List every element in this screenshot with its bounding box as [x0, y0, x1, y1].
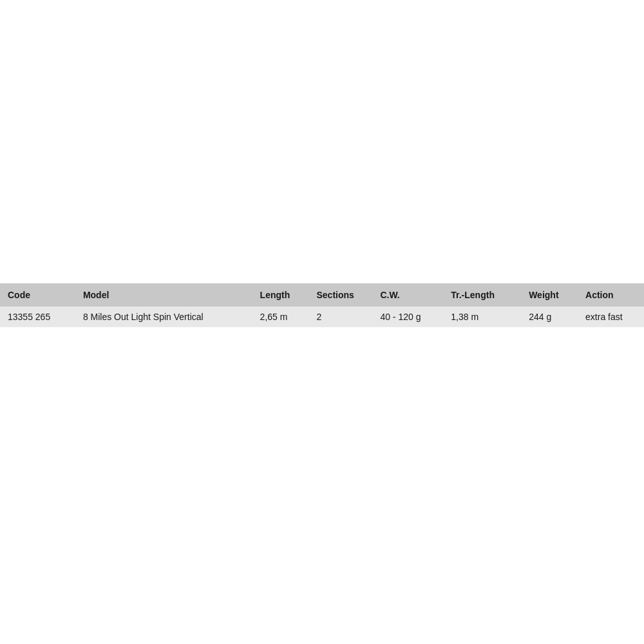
header-code: Code — [0, 283, 78, 307]
header-length: Length — [255, 283, 312, 307]
header-action: Action — [580, 283, 644, 307]
header-weight: Weight — [524, 283, 580, 307]
specs-table-container: Code Model Length Sections C.W. Tr.-Leng… — [0, 283, 644, 327]
cell-length: 2,65 m — [255, 307, 312, 327]
cell-model: 8 Miles Out Light Spin Vertical — [78, 307, 255, 327]
header-cw: C.W. — [375, 283, 446, 307]
cell-action: extra fast — [580, 307, 644, 327]
header-sections: Sections — [312, 283, 375, 307]
cell-cw: 40 - 120 g — [375, 307, 446, 327]
header-tr-length: Tr.-Length — [446, 283, 524, 307]
table-header-row: Code Model Length Sections C.W. Tr.-Leng… — [0, 283, 644, 307]
cell-sections: 2 — [312, 307, 375, 327]
cell-weight: 244 g — [524, 307, 580, 327]
specs-table: Code Model Length Sections C.W. Tr.-Leng… — [0, 283, 644, 327]
cell-tr-length: 1,38 m — [446, 307, 524, 327]
table-row: 13355 265 8 Miles Out Light Spin Vertica… — [0, 307, 644, 327]
header-model: Model — [78, 283, 255, 307]
cell-code: 13355 265 — [0, 307, 78, 327]
